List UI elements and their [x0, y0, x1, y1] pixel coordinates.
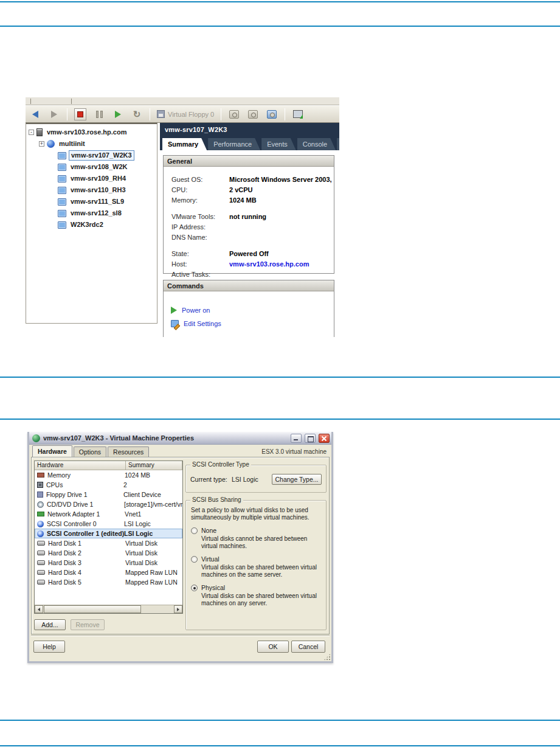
- tree-item[interactable]: vmw-srv111_SL9: [26, 196, 157, 207]
- revert-snapshot-button[interactable]: [247, 108, 259, 120]
- device-name: Hard Disk 4: [48, 569, 125, 576]
- radio-button-icon[interactable]: [191, 556, 198, 563]
- remnant-tick: [71, 99, 72, 104]
- radio-button-icon[interactable]: [191, 527, 198, 534]
- tree-item[interactable]: vmw-srv107_W2K3: [26, 150, 157, 161]
- tree-item-icon: [58, 198, 66, 206]
- pane-tab[interactable]: Summary: [162, 138, 207, 150]
- dialog-titlebar[interactable]: vmw-srv107_W2K3 - Virtual Machine Proper…: [29, 432, 331, 445]
- resize-grip[interactable]: [323, 653, 331, 661]
- back-button[interactable]: [29, 108, 41, 120]
- console-button[interactable]: [292, 108, 304, 120]
- snapshot-manager-button[interactable]: [266, 108, 278, 120]
- command-label: Power on: [182, 307, 210, 314]
- hardware-row[interactable]: Hard Disk 1 Virtual Disk: [35, 538, 182, 548]
- device-summary: LSI Logic: [124, 520, 182, 527]
- take-snapshot-button[interactable]: [228, 108, 240, 120]
- page-rule: [0, 745, 560, 746]
- general-row-label: IP Address:: [171, 223, 229, 231]
- hardware-row[interactable]: Network Adapter 1 Vnet1: [35, 509, 182, 519]
- dialog-body: Hardware Options Resources ESX 3.0 virtu…: [29, 445, 331, 661]
- hardware-list[interactable]: Hardware Summary Memory 1024 MB: [34, 460, 183, 614]
- radio-button-icon[interactable]: [191, 585, 198, 591]
- cancel-button[interactable]: Cancel: [291, 641, 325, 653]
- virtual-floppy-button[interactable]: Virtual Floppy 0: [157, 110, 214, 118]
- pane-tab[interactable]: Console: [297, 138, 336, 150]
- dialog-tab[interactable]: Resources: [108, 446, 149, 457]
- vi-client-screenshot: ↻ Virtual Floppy 0 - vmw-srv103.rose.hp.…: [26, 97, 339, 337]
- help-button[interactable]: Help: [33, 641, 65, 653]
- hardware-row[interactable]: SCSI Controller 1 (edited) LSI Logic: [35, 529, 182, 538]
- change-type-button[interactable]: Change Type...: [272, 474, 322, 485]
- scroll-right-button[interactable]: [174, 605, 182, 613]
- add-device-button[interactable]: Add...: [34, 619, 66, 630]
- floppy-icon: [157, 110, 165, 118]
- dialog-tab[interactable]: Hardware: [32, 445, 72, 457]
- tree-item[interactable]: vmw-srv110_RH3: [26, 184, 157, 196]
- dialog-tabs: Hardware Options Resources: [32, 446, 150, 457]
- pane-tab-label: Performance: [213, 141, 252, 148]
- bus-sharing-option[interactable]: None Virtual disks cannot be shared betw…: [186, 521, 326, 550]
- hardware-tab-panel: Hardware Summary Memory 1024 MB: [31, 457, 330, 634]
- vm-pane-title: vmw-srv107_W2K3: [160, 123, 339, 136]
- tree-item[interactable]: + multiinit: [26, 138, 157, 150]
- back-arrow-icon: [32, 111, 38, 118]
- horizontal-scrollbar[interactable]: [35, 605, 182, 613]
- current-type-row: Current type: LSI Logic Change Type...: [186, 465, 326, 485]
- inventory-tree[interactable]: - vmw-srv103.rose.hp.com + multiinit vmw…: [26, 123, 157, 324]
- hardware-column-header[interactable]: Hardware: [35, 461, 126, 470]
- bus-sharing-option[interactable]: Physical Virtual disks can be shared bet…: [186, 578, 326, 607]
- general-row-label: DNS Name:: [171, 234, 229, 241]
- hardware-row[interactable]: Hard Disk 5 Mapped Raw LUN: [35, 577, 182, 587]
- general-row-label: Guest OS:: [171, 176, 229, 183]
- option-description: Virtual disks can be shared between virt…: [201, 564, 321, 578]
- general-row-value: Microsoft Windows Server 2003,: [229, 176, 332, 183]
- power-on-button[interactable]: [112, 108, 124, 120]
- dialog-bottom-separator: [31, 635, 330, 636]
- bus-sharing-option[interactable]: Virtual Virtual disks can be shared betw…: [186, 550, 326, 578]
- tree-item[interactable]: W2K3rdc2: [26, 219, 157, 231]
- summary-column-header[interactable]: Summary: [126, 461, 182, 470]
- tree-item-icon: [58, 221, 66, 229]
- hardware-row[interactable]: Hard Disk 4 Mapped Raw LUN: [35, 568, 182, 577]
- suspend-button[interactable]: [93, 108, 105, 120]
- tree-item[interactable]: vmw-srv109_RH4: [26, 173, 157, 184]
- close-button[interactable]: [319, 434, 330, 443]
- remove-device-button[interactable]: Remove: [71, 619, 105, 630]
- tree-item[interactable]: vmw-srv108_W2K: [26, 161, 157, 173]
- document-page: ↻ Virtual Floppy 0 - vmw-srv103.rose.hp.…: [0, 0, 560, 747]
- scrollbar-thumb[interactable]: [44, 605, 141, 613]
- hardware-row[interactable]: SCSI Controller 0 LSI Logic: [35, 519, 182, 529]
- hardware-row[interactable]: CPUs 2: [35, 480, 182, 490]
- general-row-label: State:: [171, 250, 229, 257]
- power-off-button[interactable]: [74, 108, 86, 120]
- command-link[interactable]: Power on: [171, 304, 334, 317]
- hardware-row[interactable]: Memory 1024 MB: [35, 470, 182, 480]
- pane-tab[interactable]: Permis: [337, 138, 339, 150]
- tree-item[interactable]: - vmw-srv103.rose.hp.com: [26, 127, 157, 138]
- summary-tab-content: General Guest OS: Microsoft Windows Serv…: [160, 150, 339, 337]
- device-summary: 1024 MB: [125, 471, 182, 479]
- minimize-button[interactable]: [291, 434, 302, 443]
- maximize-button[interactable]: [305, 434, 316, 443]
- hardware-row[interactable]: Hard Disk 2 Virtual Disk: [35, 548, 182, 558]
- hardware-row[interactable]: Hard Disk 3 Virtual Disk: [35, 558, 182, 568]
- tree-item[interactable]: vmw-srv112_sl8: [26, 207, 157, 219]
- tree-expander-icon[interactable]: -: [29, 130, 34, 135]
- command-label: Edit Settings: [184, 320, 221, 327]
- page-rule: [0, 419, 560, 420]
- hardware-row[interactable]: Floppy Drive 1 Client Device: [35, 490, 182, 499]
- scroll-left-button[interactable]: [35, 605, 43, 613]
- current-type-label: Current type:: [190, 476, 232, 483]
- stop-icon: [77, 111, 83, 117]
- dialog-tab[interactable]: Options: [74, 446, 106, 457]
- hardware-row[interactable]: CD/DVD Drive 1 [storage1]/vm-cert/vm: [35, 499, 182, 509]
- forward-button[interactable]: [48, 108, 60, 120]
- reset-button[interactable]: ↻: [131, 108, 143, 120]
- pane-tab[interactable]: Performance: [208, 138, 260, 150]
- tree-item-icon: [58, 152, 66, 159]
- pane-tab[interactable]: Events: [261, 138, 296, 150]
- command-link[interactable]: Edit Settings: [171, 317, 334, 330]
- ok-button[interactable]: OK: [257, 641, 289, 653]
- tree-expander-icon[interactable]: +: [39, 141, 44, 147]
